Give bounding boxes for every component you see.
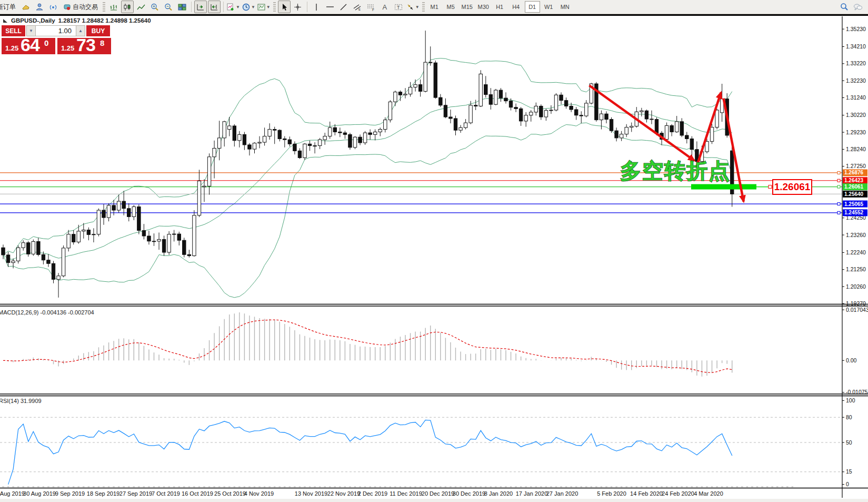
macd-tick-label: 0.00 xyxy=(846,357,857,363)
axis-price-flag-label: 1.26876 xyxy=(844,170,864,175)
market-watch-icon[interactable] xyxy=(19,1,32,13)
candle-body xyxy=(6,255,9,263)
rsi-tick-label: 0 xyxy=(846,481,849,487)
timeframe-w1[interactable]: W1 xyxy=(541,1,556,13)
toolbar-handle xyxy=(273,2,276,12)
line-anchor-marker[interactable] xyxy=(837,211,840,214)
candle-body xyxy=(308,144,311,145)
candle-body xyxy=(137,206,141,230)
date-label: 17 Jan 2020 xyxy=(516,490,548,497)
line-anchor-marker[interactable] xyxy=(837,179,840,182)
candle-body xyxy=(670,125,673,132)
timeframe-m1[interactable]: M1 xyxy=(427,1,442,13)
price-tick-label: 1.21250 xyxy=(846,266,866,272)
bar-chart-button[interactable] xyxy=(107,1,120,13)
timeframe-m5[interactable]: M5 xyxy=(443,1,458,13)
trend-arrow[interactable] xyxy=(697,92,721,165)
line-anchor-marker[interactable] xyxy=(837,171,840,174)
price-tick-label: 1.35230 xyxy=(846,26,866,32)
dropdown-arrow-icon: ▼ xyxy=(266,5,271,9)
zoom-in-button[interactable] xyxy=(148,1,161,13)
line-chart-button[interactable] xyxy=(135,1,147,13)
search-button[interactable] xyxy=(838,1,851,13)
zoom-in-icon xyxy=(151,3,159,11)
text-label-button[interactable]: T xyxy=(392,1,405,13)
toolbar-handle xyxy=(103,2,105,12)
date-label: 11 Dec 2019 xyxy=(390,490,422,497)
line-anchor-marker[interactable] xyxy=(837,185,840,188)
horizontal-line-button[interactable] xyxy=(324,1,336,13)
candle-body xyxy=(82,230,85,231)
equidistant-channel-button[interactable]: E xyxy=(351,1,364,13)
candle-body xyxy=(52,263,55,279)
candle-body xyxy=(253,143,256,149)
candle-body xyxy=(102,210,105,218)
candle-body xyxy=(72,234,75,242)
axis-price-flag-label: 1.24552 xyxy=(844,210,864,215)
autotrading-button[interactable]: 自动交易 xyxy=(61,1,101,13)
annotations[interactable]: 1.26061多空转折点 xyxy=(590,85,812,201)
chat-button[interactable] xyxy=(852,1,864,13)
fibonacci-button[interactable]: F xyxy=(365,1,377,13)
candle-body xyxy=(67,234,70,248)
fibonacci-icon: F xyxy=(367,3,375,11)
timeframe-mn[interactable]: MN xyxy=(557,1,573,13)
dropdown-arrow-icon: ▼ xyxy=(251,5,255,9)
template-icon xyxy=(257,3,265,11)
chart-canvas[interactable]: 1.352301.342101.332201.322301.312401.302… xyxy=(0,0,868,502)
candle-body xyxy=(384,120,387,130)
candle-body xyxy=(459,127,462,130)
data-window-icon[interactable] xyxy=(33,1,46,13)
volume-increase-button[interactable]: ▲ xyxy=(76,25,85,36)
turning-point-annotation[interactable]: 多空转折点 xyxy=(620,159,731,182)
arrows-menu-button[interactable]: ▼ xyxy=(406,1,420,13)
vertical-line-icon xyxy=(313,3,320,11)
candle-body xyxy=(318,140,321,145)
timeframe-h4[interactable]: H4 xyxy=(508,1,524,13)
text-button[interactable]: A xyxy=(378,1,391,13)
chart-shift-button[interactable] xyxy=(194,1,207,13)
timeframe-m30[interactable]: M30 xyxy=(476,1,491,13)
candle-body xyxy=(509,101,512,107)
timeframe-h1[interactable]: H1 xyxy=(492,1,507,13)
line-anchor-marker[interactable] xyxy=(837,203,840,205)
text-a-icon: A xyxy=(382,3,387,11)
tile-windows-button[interactable] xyxy=(176,1,188,13)
timeframe-m15[interactable]: M15 xyxy=(460,1,475,13)
candle-body xyxy=(273,130,276,131)
axis-price-flag-label: 1.25065 xyxy=(844,201,864,207)
crosshair-icon xyxy=(294,3,302,11)
candle-body xyxy=(248,145,251,149)
crosshair-button[interactable] xyxy=(292,1,304,13)
periods-menu-button[interactable]: ▼ xyxy=(242,1,256,13)
auto-scroll-button[interactable] xyxy=(208,1,221,13)
vertical-line-button[interactable] xyxy=(310,1,323,13)
templates-menu-button[interactable]: ▼ xyxy=(257,1,271,13)
zoom-out-button[interactable] xyxy=(162,1,175,13)
candle-body xyxy=(434,63,437,97)
price-tick-label: 1.34210 xyxy=(846,43,866,50)
candlestick-chart-button[interactable] xyxy=(121,1,134,13)
buy-button[interactable]: BUY xyxy=(86,25,110,36)
signals-button[interactable] xyxy=(47,1,59,13)
callout-anchor-marker[interactable] xyxy=(769,185,772,189)
buy-price-display[interactable]: 1.25 73 8 xyxy=(57,38,111,54)
volume-input[interactable]: 1.00 xyxy=(36,25,76,36)
candle-body xyxy=(62,248,65,276)
volume-decrease-button[interactable]: ▼ xyxy=(26,25,36,36)
sell-price-display[interactable]: 1.25 64 0 xyxy=(2,38,55,54)
one-click-trading-panel: SELL ▼ 1.00 ▲ BUY 1.25 64 0 1.25 73 8 xyxy=(2,25,113,54)
sell-button[interactable]: SELL xyxy=(2,25,25,36)
date-label: 20 Dec 2019 xyxy=(422,490,454,497)
candle-body xyxy=(233,126,236,141)
trendline-button[interactable] xyxy=(337,1,350,13)
timeframe-d1[interactable]: D1 xyxy=(525,1,540,13)
candle-body xyxy=(378,130,382,132)
tile-windows-icon xyxy=(178,3,186,11)
green-highlight-bar[interactable] xyxy=(691,184,756,190)
new-order-button[interactable]: 新订单 xyxy=(1,1,18,13)
cursor-button[interactable] xyxy=(278,1,291,13)
candle-body xyxy=(625,127,628,134)
indicators-menu-button[interactable]: ▼ xyxy=(226,1,241,13)
candle-body xyxy=(187,254,191,255)
